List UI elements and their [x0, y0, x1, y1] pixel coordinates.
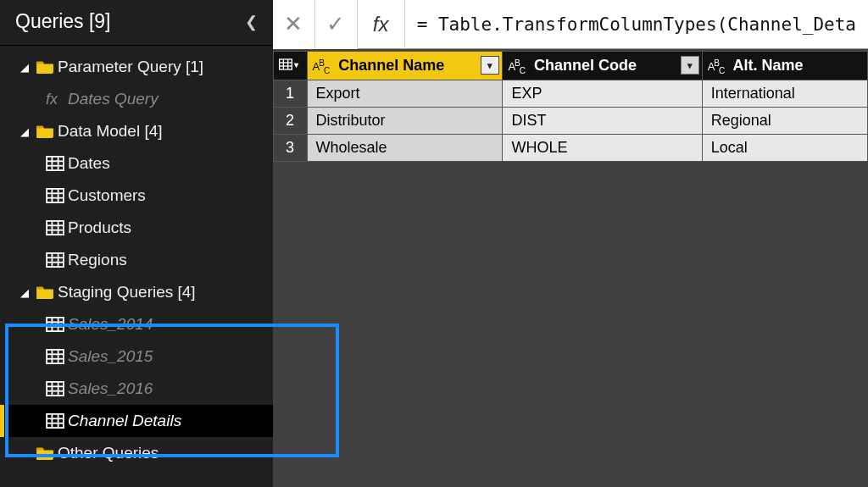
svg-rect-40 [279, 59, 292, 69]
column-header-channel-code[interactable]: ABC Channel Code ▾ [503, 52, 702, 80]
query-sales-2015[interactable]: Sales_2015 [0, 340, 273, 373]
row-number[interactable]: 3 [273, 135, 307, 162]
svg-rect-15 [47, 253, 64, 267]
query-label: Products [68, 219, 131, 237]
cell[interactable]: International [702, 80, 867, 108]
column-label: Channel Name [338, 57, 444, 74]
query-label: Dates [68, 154, 110, 173]
folder-label: Other Queries [58, 444, 159, 462]
filter-button[interactable]: ▾ [481, 56, 499, 75]
folder-other-queries[interactable]: ◢ Other Queries [0, 437, 273, 469]
query-dates[interactable]: Dates [0, 147, 273, 180]
query-channel-details[interactable]: Channel Details [0, 405, 273, 437]
table-icon [46, 220, 68, 235]
folder-icon [36, 124, 58, 139]
query-label: Dates Query [68, 90, 159, 108]
caret-icon: ◢ [20, 125, 36, 138]
sidebar-header: Queries [9] ❮ [0, 0, 273, 46]
query-regions[interactable]: Regions [0, 244, 273, 276]
column-header-alt-name[interactable]: ABC Alt. Name [702, 52, 867, 80]
svg-rect-30 [47, 382, 64, 396]
column-header-channel-name[interactable]: ABC Channel Name ▾ [307, 52, 503, 80]
formula-input[interactable]: = Table.TransformColumnTypes(Channel_Det… [405, 14, 868, 35]
cancel-button[interactable]: ✕ [273, 0, 315, 49]
table-row[interactable]: 3 Wholesale WHOLE Local [273, 135, 867, 162]
svg-rect-0 [47, 157, 64, 170]
type-icon: ABC [313, 60, 330, 73]
folder-label: Data Model [4] [58, 122, 163, 141]
filter-button[interactable]: ▾ [681, 56, 699, 75]
caret-icon: ◢ [20, 61, 36, 74]
formula-bar: ✕ ✓ fx = Table.TransformColumnTypes(Chan… [273, 0, 868, 49]
query-label: Sales_2014 [68, 315, 153, 334]
svg-rect-10 [47, 221, 64, 235]
column-label: Alt. Name [733, 57, 804, 74]
editor-content: ✕ ✓ fx = Table.TransformColumnTypes(Chan… [273, 0, 868, 487]
query-customers[interactable]: Customers [0, 180, 273, 212]
query-label: Regions [68, 251, 127, 269]
query-products[interactable]: Products [0, 212, 273, 244]
folder-data-model[interactable]: ◢ Data Model [4] [0, 115, 273, 147]
table-icon [46, 188, 68, 203]
folder-staging-queries[interactable]: ◢ Staging Queries [4] [0, 276, 273, 308]
sidebar-title: Queries [9] [15, 10, 111, 33]
type-icon: ABC [708, 60, 725, 73]
cell[interactable]: DIST [503, 108, 702, 135]
commit-button[interactable]: ✓ [315, 0, 358, 49]
table-row[interactable]: 2 Distributor DIST Regional [273, 108, 867, 135]
query-label: Sales_2015 [68, 347, 153, 366]
query-label: Customers [68, 186, 146, 205]
table-icon [46, 252, 68, 268]
folder-icon [36, 445, 58, 461]
svg-rect-5 [47, 189, 64, 202]
queries-tree: ◢ Parameter Query [1] fx Dates Query ◢ D… [0, 46, 273, 469]
table-row[interactable]: 1 Export EXP International [273, 80, 867, 108]
cell[interactable]: EXP [503, 80, 702, 108]
folder-icon [36, 59, 58, 75]
svg-rect-25 [47, 350, 64, 363]
table-icon [46, 156, 68, 171]
row-number[interactable]: 2 [273, 108, 307, 135]
cell[interactable]: WHOLE [503, 135, 702, 162]
fx-icon: fx [46, 91, 68, 108]
table-icon: ▾ [279, 58, 298, 70]
caret-icon: ◢ [20, 286, 36, 299]
folder-label: Parameter Query [1] [58, 58, 203, 76]
type-icon: ABC [508, 60, 525, 73]
collapse-icon[interactable]: ❮ [245, 13, 258, 31]
svg-rect-35 [47, 414, 64, 428]
grid-corner[interactable]: ▾ [273, 52, 307, 80]
query-sales-2014[interactable]: Sales_2014 [0, 308, 273, 340]
query-label: Sales_2016 [68, 379, 153, 398]
fx-icon[interactable]: fx [358, 0, 405, 49]
query-dates-query[interactable]: fx Dates Query [0, 83, 273, 115]
table-icon [46, 381, 68, 396]
cell[interactable]: Regional [702, 108, 867, 135]
svg-rect-20 [47, 318, 64, 331]
queries-sidebar: Queries [9] ❮ ◢ Parameter Query [1] fx D… [0, 0, 273, 487]
table-icon [46, 413, 68, 429]
query-label: Channel Details [68, 412, 181, 430]
cell[interactable]: Export [307, 80, 503, 108]
row-number[interactable]: 1 [273, 80, 307, 108]
folder-parameter-query[interactable]: ◢ Parameter Query [1] [0, 51, 273, 83]
table-icon [46, 317, 68, 332]
folder-label: Staging Queries [4] [58, 283, 196, 302]
query-sales-2016[interactable]: Sales_2016 [0, 373, 273, 405]
table-icon [46, 349, 68, 364]
cell[interactable]: Wholesale [307, 135, 503, 162]
data-grid: ▾ ABC Channel Name ▾ ABC Channel Code ▾ … [273, 51, 868, 162]
cell[interactable]: Local [702, 135, 867, 162]
column-label: Channel Code [534, 57, 637, 74]
folder-icon [36, 285, 58, 300]
cell[interactable]: Distributor [307, 108, 503, 135]
